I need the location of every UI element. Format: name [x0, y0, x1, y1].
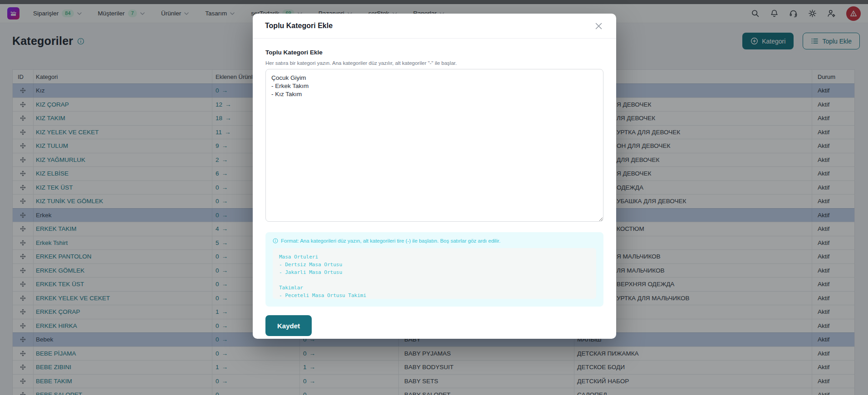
app-root: Siparişler 84 Müşteriler 7 Ürünler Tasar… [0, 0, 868, 395]
modal-title: Toplu Kategori Ekle [265, 22, 333, 30]
modal-section-heading: Toplu Kategori Ekle [265, 49, 323, 56]
close-icon[interactable] [593, 21, 604, 31]
format-note-line: Format: Ana kategorileri düz yazın, alt … [273, 238, 596, 244]
bulk-categories-textarea[interactable]: Çocuk Giyim - Erkek Takım - Kız Takım [265, 69, 603, 222]
save-button[interactable]: Kaydet [265, 315, 312, 336]
info-icon [273, 238, 278, 244]
format-example-block: Masa Ortuleri - Dertsiz Masa Ortusu - Ja… [273, 248, 596, 299]
modal-description: Her satıra bir kategori yazın. Ana kateg… [265, 60, 457, 66]
bulk-add-modal: Toplu Kategori Ekle Toplu Kategori Ekle … [253, 14, 616, 339]
modal-header: Toplu Kategori Ekle [253, 14, 616, 39]
format-info-box: Format: Ana kategorileri düz yazın, alt … [265, 232, 603, 307]
format-note-text: Format: Ana kategorileri düz yazın, alt … [281, 238, 500, 244]
